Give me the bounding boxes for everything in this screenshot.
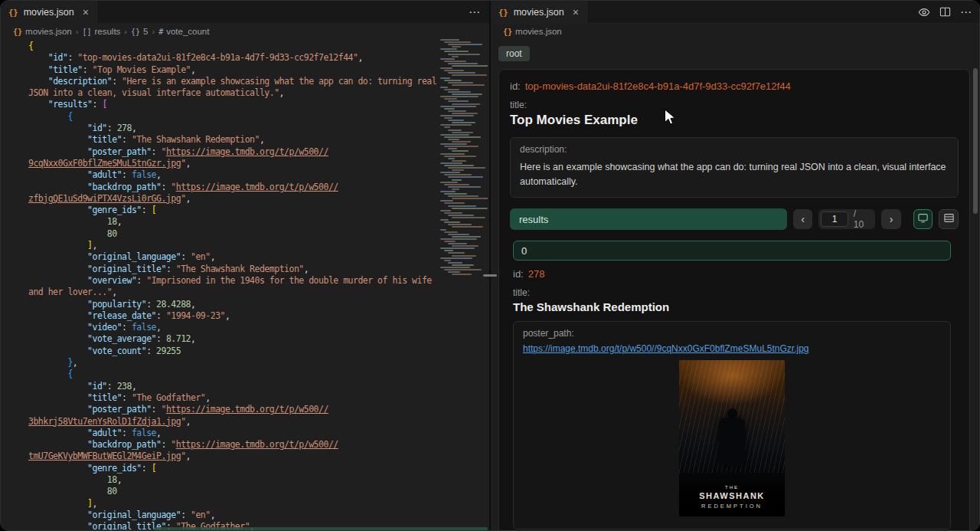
horizontal-scrollbar[interactable] — [154, 527, 488, 530]
breadcrumb-separator: › — [76, 27, 79, 36]
item-title: The Shawshank Redemption — [513, 300, 951, 313]
description-panel: description: Here is an example showcasi… — [510, 137, 959, 198]
poster-path-label: poster_path: — [523, 328, 941, 339]
more-actions-icon[interactable]: ⋯ — [469, 5, 480, 19]
split-editor-icon[interactable] — [939, 6, 951, 18]
json-file-icon: {} — [13, 28, 22, 36]
right-tab-bar: {} movies.json × ⋯ — [491, 1, 980, 24]
breadcrumb-separator: › — [124, 27, 127, 36]
prev-page-button[interactable]: ‹ — [793, 209, 813, 229]
json-preview-panel: root id: top-movies-data2ui-81f2e8c4-b91… — [491, 39, 980, 531]
poster-panel: poster_path: https://image.tmdb.org/t/p/… — [513, 321, 951, 529]
breadcrumb-item-vote_count[interactable]: #vote_count — [158, 27, 209, 36]
left-tab-bar: {} movies.json × ⋯ — [1, 1, 489, 24]
page-indicator: 1 / 10 — [818, 209, 875, 229]
title-label: title: — [513, 287, 951, 298]
close-tab-icon[interactable]: × — [83, 7, 89, 18]
tab-label: movies.json — [514, 7, 564, 18]
table-view-icon — [943, 212, 955, 226]
minimap[interactable] — [439, 39, 488, 280]
breadcrumb[interactable]: {} movies.json — [491, 24, 980, 39]
movie-poster-image: THE SHAWSHANK REDEMPTION — [679, 360, 785, 516]
id-label: id: — [513, 268, 524, 280]
card-view-toggle[interactable] — [913, 209, 933, 229]
array-item-header[interactable]: 0 — [513, 241, 951, 261]
title-label: title: — [510, 100, 959, 110]
json-card: id: top-movies-data2ui-81f2e8c4-b91a-4d7… — [498, 69, 970, 531]
id-value: top-movies-data2ui-81f2e8c4-b91a-4d7f-9d… — [525, 80, 791, 92]
breadcrumb-item-movies-json[interactable]: {} movies.json — [503, 27, 562, 36]
sash-handle[interactable] — [483, 274, 497, 277]
page-total-label: / 10 — [854, 208, 869, 230]
symbol-icon: # — [158, 28, 163, 36]
table-view-toggle[interactable] — [939, 209, 959, 229]
page-number-input[interactable]: 1 — [821, 211, 848, 227]
more-actions-icon[interactable]: ⋯ — [960, 5, 972, 19]
root-badge[interactable]: root — [498, 46, 530, 61]
id-value: 278 — [528, 268, 545, 280]
breadcrumb[interactable]: {}movies.json›[]results›{}5›#vote_count — [1, 24, 489, 39]
next-page-button[interactable]: › — [881, 209, 901, 229]
results-section-header[interactable]: results — [510, 208, 787, 230]
breadcrumb-item-5[interactable]: {}5 — [131, 27, 148, 36]
json-file-icon: {} — [503, 28, 512, 36]
vscode-window: {} movies.json × ⋯ {}movies.json›[]resul… — [0, 0, 980, 531]
breadcrumb-separator: › — [152, 27, 155, 36]
json-file-icon: {} — [8, 8, 18, 17]
array-item: 0 id: 278 title: The Shawshank Redemptio… — [513, 241, 951, 531]
card-title: Top Movies Example — [510, 113, 959, 128]
mouse-cursor — [664, 109, 677, 127]
symbol-icon: {} — [131, 28, 140, 36]
card-view-icon — [917, 212, 929, 226]
tab-label: movies.json — [24, 7, 74, 18]
editor-group-right: {} movies.json × ⋯ {} movies.json root — [491, 1, 980, 531]
tab-movies-json-left[interactable]: {} movies.json × — [1, 1, 97, 23]
json-file-icon: {} — [498, 8, 508, 17]
tab-movies-json-right[interactable]: {} movies.json × — [491, 1, 587, 23]
poster-url-link[interactable]: https://image.tmdb.org/t/p/w500//9cqNxx0… — [523, 343, 941, 354]
breadcrumb-item-movies.json[interactable]: {}movies.json — [13, 27, 72, 36]
code-editor[interactable]: { "id": "top-movies-data2ui-81f2e8c4-b91… — [1, 39, 489, 531]
breadcrumb-item-results[interactable]: []results — [82, 27, 120, 36]
close-tab-icon[interactable]: × — [573, 7, 579, 18]
editor-group-left: {} movies.json × ⋯ {}movies.json›[]resul… — [1, 1, 489, 531]
symbol-icon: [] — [82, 28, 91, 36]
description-text: Here is an example showcasing what the a… — [520, 160, 949, 189]
poster-caption: THE SHAWSHANK REDEMPTION — [679, 485, 785, 510]
editor-lines[interactable]: { "id": "top-movies-data2ui-81f2e8c4-b91… — [28, 41, 489, 531]
description-label: description: — [520, 144, 949, 155]
preview-eye-icon[interactable] — [918, 6, 930, 18]
results-toolbar: results ‹ 1 / 10 › — [510, 208, 959, 230]
scrollbar-thumb[interactable] — [973, 68, 978, 214]
id-label: id: — [510, 80, 521, 92]
